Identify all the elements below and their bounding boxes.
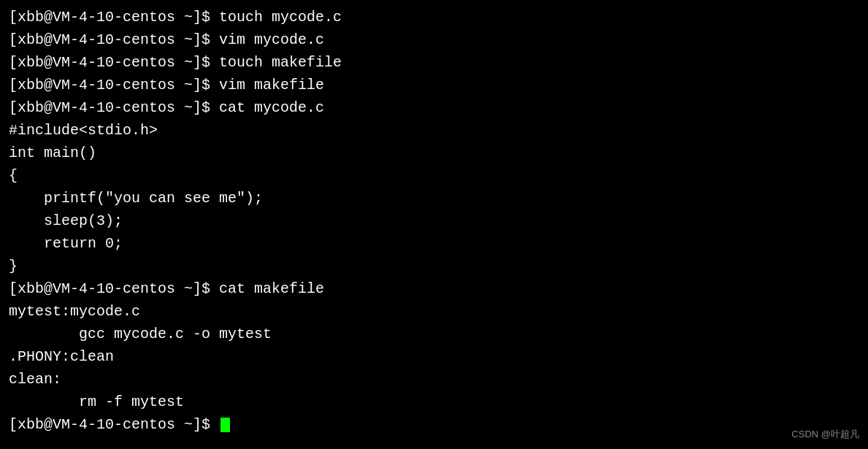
terminal-line: [xbb@VM-4-10-centos ~]$ cat mycode.c: [9, 96, 859, 119]
terminal-cursor: [220, 418, 230, 432]
terminal-line: [xbb@VM-4-10-centos ~]$: [9, 413, 859, 436]
terminal-line: [xbb@VM-4-10-centos ~]$ vim mycode.c: [9, 28, 859, 51]
terminal-line: rm -f mytest: [9, 391, 859, 413]
terminal-window: [xbb@VM-4-10-centos ~]$ touch mycode.c[x…: [0, 0, 868, 449]
terminal-line: return 0;: [9, 232, 859, 255]
terminal-output: [xbb@VM-4-10-centos ~]$ touch mycode.c[x…: [9, 6, 859, 436]
terminal-line: #include<stdio.h>: [9, 119, 859, 142]
terminal-line: mytest:mycode.c: [9, 300, 859, 323]
terminal-line: {: [9, 164, 859, 187]
terminal-line: [xbb@VM-4-10-centos ~]$ touch mycode.c: [9, 6, 859, 28]
terminal-line: int main(): [9, 142, 859, 164]
terminal-line: printf("you can see me");: [9, 187, 859, 210]
terminal-line: clean:: [9, 368, 859, 391]
terminal-line: [xbb@VM-4-10-centos ~]$ vim makefile: [9, 74, 859, 96]
terminal-line: .PHONY:clean: [9, 345, 859, 368]
terminal-line: [xbb@VM-4-10-centos ~]$ touch makefile: [9, 51, 859, 74]
terminal-line: [xbb@VM-4-10-centos ~]$ cat makefile: [9, 277, 859, 300]
terminal-line: sleep(3);: [9, 210, 859, 232]
terminal-line: }: [9, 255, 859, 277]
terminal-line: gcc mycode.c -o mytest: [9, 323, 859, 345]
watermark: CSDN @叶超凡: [791, 427, 859, 442]
